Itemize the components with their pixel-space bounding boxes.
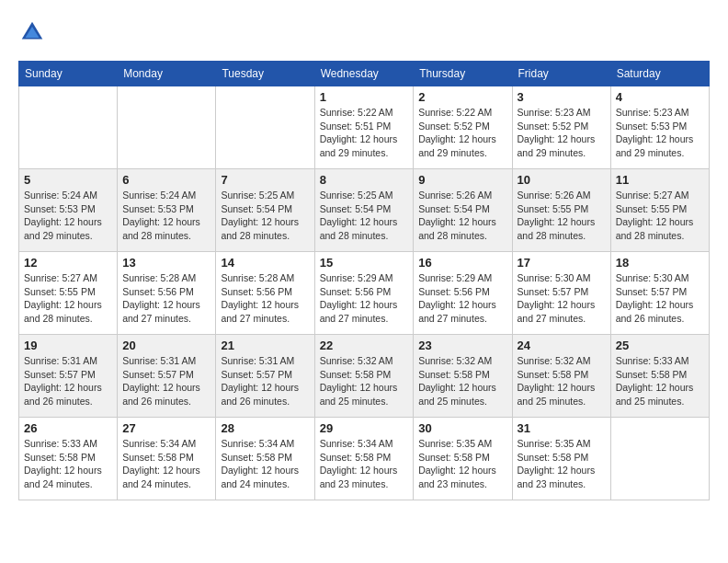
day-number: 11 bbox=[616, 173, 704, 187]
calendar-cell: 16Sunrise: 5:29 AM Sunset: 5:56 PM Dayli… bbox=[414, 252, 512, 335]
day-number: 22 bbox=[320, 339, 409, 352]
calendar-cell: 9Sunrise: 5:26 AM Sunset: 5:54 PM Daylig… bbox=[414, 169, 512, 252]
calendar-cell: 17Sunrise: 5:30 AM Sunset: 5:57 PM Dayli… bbox=[512, 252, 610, 335]
day-number: 15 bbox=[320, 256, 409, 270]
day-number: 7 bbox=[221, 173, 309, 187]
day-number: 20 bbox=[122, 339, 210, 352]
calendar-week-3: 12Sunrise: 5:27 AM Sunset: 5:55 PM Dayli… bbox=[19, 252, 710, 335]
day-info: Sunrise: 5:27 AM Sunset: 5:55 PM Dayligh… bbox=[616, 189, 704, 243]
calendar-cell: 25Sunrise: 5:33 AM Sunset: 5:58 PM Dayli… bbox=[610, 335, 709, 418]
calendar-cell bbox=[610, 418, 709, 500]
calendar-cell: 8Sunrise: 5:25 AM Sunset: 5:54 PM Daylig… bbox=[314, 169, 414, 252]
day-info: Sunrise: 5:22 AM Sunset: 5:51 PM Dayligh… bbox=[320, 106, 409, 160]
calendar-header-monday: Monday bbox=[118, 62, 216, 86]
calendar-cell: 31Sunrise: 5:35 AM Sunset: 5:58 PM Dayli… bbox=[512, 418, 610, 500]
day-number: 4 bbox=[616, 90, 704, 104]
day-info: Sunrise: 5:30 AM Sunset: 5:57 PM Dayligh… bbox=[518, 271, 606, 326]
calendar-week-4: 19Sunrise: 5:31 AM Sunset: 5:57 PM Dayli… bbox=[19, 335, 710, 418]
calendar-cell bbox=[19, 86, 118, 169]
calendar-cell: 27Sunrise: 5:34 AM Sunset: 5:58 PM Dayli… bbox=[118, 418, 216, 500]
day-info: Sunrise: 5:28 AM Sunset: 5:56 PM Dayligh… bbox=[122, 271, 210, 326]
day-number: 8 bbox=[320, 173, 409, 187]
day-info: Sunrise: 5:34 AM Sunset: 5:58 PM Dayligh… bbox=[221, 437, 309, 491]
calendar-cell: 22Sunrise: 5:32 AM Sunset: 5:58 PM Dayli… bbox=[314, 335, 414, 418]
day-number: 28 bbox=[221, 421, 309, 435]
calendar: SundayMondayTuesdayWednesdayThursdayFrid… bbox=[18, 61, 710, 500]
day-info: Sunrise: 5:29 AM Sunset: 5:56 PM Dayligh… bbox=[320, 271, 409, 326]
day-number: 17 bbox=[518, 256, 606, 270]
calendar-cell: 11Sunrise: 5:27 AM Sunset: 5:55 PM Dayli… bbox=[610, 169, 709, 252]
calendar-cell: 2Sunrise: 5:22 AM Sunset: 5:52 PM Daylig… bbox=[414, 86, 512, 169]
day-info: Sunrise: 5:31 AM Sunset: 5:57 PM Dayligh… bbox=[221, 354, 309, 408]
calendar-cell: 13Sunrise: 5:28 AM Sunset: 5:56 PM Dayli… bbox=[118, 252, 216, 335]
day-number: 19 bbox=[24, 339, 112, 352]
day-info: Sunrise: 5:32 AM Sunset: 5:58 PM Dayligh… bbox=[320, 354, 409, 408]
calendar-cell: 14Sunrise: 5:28 AM Sunset: 5:56 PM Dayli… bbox=[216, 252, 314, 335]
day-number: 25 bbox=[616, 339, 704, 352]
page-header bbox=[18, 18, 710, 46]
calendar-week-5: 26Sunrise: 5:33 AM Sunset: 5:58 PM Dayli… bbox=[19, 418, 710, 500]
day-info: Sunrise: 5:23 AM Sunset: 5:53 PM Dayligh… bbox=[616, 106, 704, 160]
day-info: Sunrise: 5:32 AM Sunset: 5:58 PM Dayligh… bbox=[418, 354, 506, 408]
day-number: 5 bbox=[24, 173, 112, 187]
day-info: Sunrise: 5:25 AM Sunset: 5:54 PM Dayligh… bbox=[320, 189, 409, 243]
calendar-cell: 21Sunrise: 5:31 AM Sunset: 5:57 PM Dayli… bbox=[216, 335, 314, 418]
calendar-cell: 1Sunrise: 5:22 AM Sunset: 5:51 PM Daylig… bbox=[314, 86, 414, 169]
day-number: 9 bbox=[418, 173, 506, 187]
calendar-header-wednesday: Wednesday bbox=[314, 62, 414, 86]
calendar-header-friday: Friday bbox=[512, 62, 610, 86]
calendar-cell: 30Sunrise: 5:35 AM Sunset: 5:58 PM Dayli… bbox=[414, 418, 512, 500]
calendar-week-2: 5Sunrise: 5:24 AM Sunset: 5:53 PM Daylig… bbox=[19, 169, 710, 252]
day-number: 31 bbox=[518, 421, 606, 435]
calendar-header-tuesday: Tuesday bbox=[216, 62, 314, 86]
calendar-cell: 19Sunrise: 5:31 AM Sunset: 5:57 PM Dayli… bbox=[19, 335, 118, 418]
day-info: Sunrise: 5:26 AM Sunset: 5:54 PM Dayligh… bbox=[418, 189, 506, 243]
day-number: 2 bbox=[418, 90, 506, 104]
calendar-cell bbox=[118, 86, 216, 169]
logo bbox=[18, 18, 50, 46]
calendar-cell: 7Sunrise: 5:25 AM Sunset: 5:54 PM Daylig… bbox=[216, 169, 314, 252]
day-number: 10 bbox=[518, 173, 606, 187]
calendar-header-thursday: Thursday bbox=[414, 62, 512, 86]
day-number: 3 bbox=[518, 90, 606, 104]
day-number: 24 bbox=[518, 339, 606, 352]
calendar-cell: 26Sunrise: 5:33 AM Sunset: 5:58 PM Dayli… bbox=[19, 418, 118, 500]
day-info: Sunrise: 5:31 AM Sunset: 5:57 PM Dayligh… bbox=[122, 354, 210, 408]
day-info: Sunrise: 5:31 AM Sunset: 5:57 PM Dayligh… bbox=[24, 354, 112, 408]
day-info: Sunrise: 5:33 AM Sunset: 5:58 PM Dayligh… bbox=[616, 354, 704, 408]
calendar-cell: 15Sunrise: 5:29 AM Sunset: 5:56 PM Dayli… bbox=[314, 252, 414, 335]
day-info: Sunrise: 5:30 AM Sunset: 5:57 PM Dayligh… bbox=[616, 271, 704, 326]
day-info: Sunrise: 5:24 AM Sunset: 5:53 PM Dayligh… bbox=[122, 189, 210, 243]
calendar-cell: 29Sunrise: 5:34 AM Sunset: 5:58 PM Dayli… bbox=[314, 418, 414, 500]
calendar-header-sunday: Sunday bbox=[19, 62, 118, 86]
calendar-cell: 18Sunrise: 5:30 AM Sunset: 5:57 PM Dayli… bbox=[610, 252, 709, 335]
day-number: 1 bbox=[320, 90, 409, 104]
day-number: 14 bbox=[221, 256, 309, 270]
day-number: 16 bbox=[418, 256, 506, 270]
day-number: 12 bbox=[24, 256, 112, 270]
day-number: 27 bbox=[122, 421, 210, 435]
calendar-header-row: SundayMondayTuesdayWednesdayThursdayFrid… bbox=[19, 62, 710, 86]
day-info: Sunrise: 5:35 AM Sunset: 5:58 PM Dayligh… bbox=[518, 437, 606, 491]
day-number: 6 bbox=[122, 173, 210, 187]
day-info: Sunrise: 5:26 AM Sunset: 5:55 PM Dayligh… bbox=[518, 189, 606, 243]
day-info: Sunrise: 5:24 AM Sunset: 5:53 PM Dayligh… bbox=[24, 189, 112, 243]
day-info: Sunrise: 5:28 AM Sunset: 5:56 PM Dayligh… bbox=[221, 271, 309, 326]
day-info: Sunrise: 5:27 AM Sunset: 5:55 PM Dayligh… bbox=[24, 271, 112, 326]
day-number: 29 bbox=[320, 421, 409, 435]
calendar-cell: 6Sunrise: 5:24 AM Sunset: 5:53 PM Daylig… bbox=[118, 169, 216, 252]
calendar-cell: 10Sunrise: 5:26 AM Sunset: 5:55 PM Dayli… bbox=[512, 169, 610, 252]
day-number: 23 bbox=[418, 339, 506, 352]
day-info: Sunrise: 5:34 AM Sunset: 5:58 PM Dayligh… bbox=[122, 437, 210, 491]
day-info: Sunrise: 5:23 AM Sunset: 5:52 PM Dayligh… bbox=[518, 106, 606, 160]
calendar-cell: 4Sunrise: 5:23 AM Sunset: 5:53 PM Daylig… bbox=[610, 86, 709, 169]
logo-icon bbox=[18, 18, 46, 46]
calendar-cell bbox=[216, 86, 314, 169]
day-info: Sunrise: 5:22 AM Sunset: 5:52 PM Dayligh… bbox=[418, 106, 506, 160]
day-number: 13 bbox=[122, 256, 210, 270]
day-number: 30 bbox=[418, 421, 506, 435]
day-info: Sunrise: 5:35 AM Sunset: 5:58 PM Dayligh… bbox=[418, 437, 506, 491]
calendar-header-saturday: Saturday bbox=[610, 62, 709, 86]
calendar-week-1: 1Sunrise: 5:22 AM Sunset: 5:51 PM Daylig… bbox=[19, 86, 710, 169]
day-number: 18 bbox=[616, 256, 704, 270]
